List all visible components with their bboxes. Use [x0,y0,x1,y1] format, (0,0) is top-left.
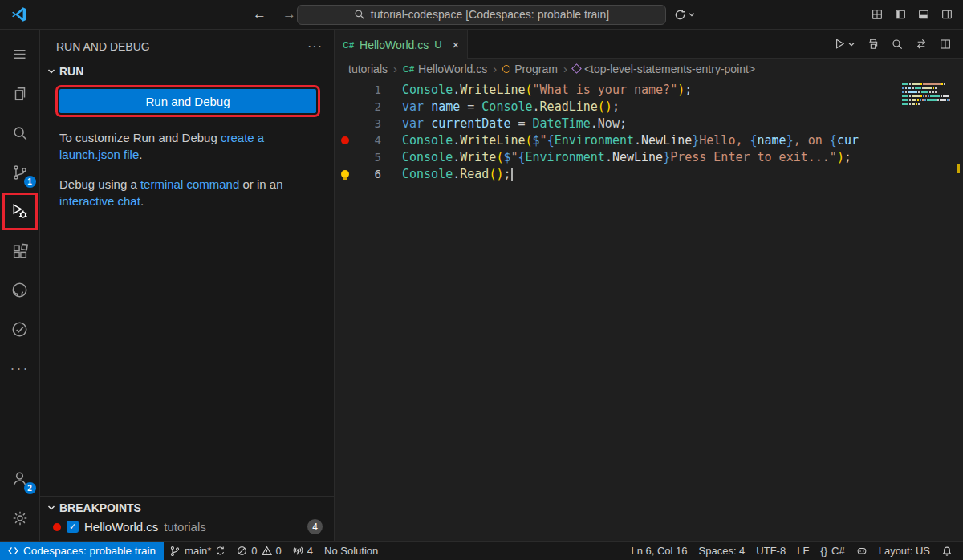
nav-forward-button[interactable]: → [282,6,296,22]
breadcrumb-symbol[interactable]: <top-level-statements-entry-point> [573,63,755,75]
radio-tower-icon [293,546,303,556]
run-and-debug-icon[interactable] [1,192,39,231]
toggle-panel-icon[interactable] [917,8,930,21]
check-circle-icon[interactable] [1,310,39,349]
chevron-down-icon [688,10,696,18]
code-line[interactable]: 5Console.Write($"{Environment.NewLine}Pr… [335,148,963,165]
ports-count: 4 [307,545,313,557]
debug-hint-mid: or in an [239,177,282,191]
search-editor-icon[interactable] [891,38,904,51]
extensions-icon[interactable] [1,231,39,270]
minimap[interactable] [900,80,952,109]
code-line[interactable]: 1Console.WriteLine("What is your name?")… [335,81,963,98]
interactive-chat-link[interactable]: interactive chat [59,194,140,208]
tab-bar: C# HelloWorld.cs U × [335,30,963,59]
breakpoint-dot-icon [53,523,61,531]
remote-indicator[interactable]: Codespaces: probable train [0,542,164,560]
tab-label: HelloWorld.cs [360,39,429,51]
breakpoint-folder: tutorials [164,520,206,534]
settings-gear-icon[interactable] [1,498,39,538]
git-branch-icon [169,546,181,557]
run-and-debug-button[interactable]: Run and Debug [59,89,316,113]
csharp-file-icon: C# [403,64,414,74]
line-number: 2 [356,100,381,113]
breadcrumb-folder[interactable]: tutorials [348,63,388,75]
title-bar: ← → tutorial-codespace [Codespaces: prob… [0,0,963,30]
line-number: 4 [356,134,381,147]
code-editor[interactable]: 1Console.WriteLine("What is your name?")… [335,79,963,541]
eol-indicator[interactable]: LF [791,542,815,560]
accounts-icon[interactable]: 2 [1,459,39,498]
ports-indicator[interactable]: 4 [287,542,319,560]
search-view-icon[interactable] [1,113,39,152]
keyboard-layout-indicator[interactable]: Layout: US [873,542,936,560]
terminal-command-link[interactable]: terminal command [140,177,239,191]
status-bar: Codespaces: probable train main* 0 0 4 N… [0,541,963,560]
explorer-icon[interactable] [1,74,39,113]
error-count: 0 [251,545,257,557]
play-icon [833,37,847,51]
source-control-icon[interactable]: 1 [1,152,39,192]
sidebar-title: RUN AND DEBUG [56,40,150,53]
run-section-header[interactable]: RUN [40,62,334,81]
breadcrumb-separator: › [493,62,497,75]
debug-hint-post: . [140,194,144,208]
accounts-badge: 2 [24,482,36,494]
line-number: 3 [356,117,381,130]
menu-icon[interactable] [1,34,39,74]
command-center-search[interactable]: tutorial-codespace [Codespaces: probable… [297,5,666,25]
github-icon[interactable] [1,270,39,310]
editor-group: C# HelloWorld.cs U × tutorials › C#Hello… [335,30,963,541]
nav-back-button[interactable]: ← [253,6,266,22]
branch-indicator[interactable]: main* [164,542,231,560]
breakpoint-glyph[interactable] [335,136,356,144]
lightbulb-glyph[interactable] [335,170,356,178]
code-lines: 1Console.WriteLine("What is your name?")… [335,81,963,182]
language-indicator[interactable]: {} C# [815,542,850,560]
copilot-indicator[interactable] [851,542,873,560]
brackets-icon: {} [820,545,827,557]
breakpoint-item[interactable]: ✓ HelloWorld.cs tutorials 4 [40,517,334,536]
indentation-indicator[interactable]: Spaces: 4 [693,542,751,560]
more-views-icon[interactable]: ··· [1,349,39,388]
remote-label: Codespaces: probable train [23,545,156,557]
run-or-debug-button[interactable] [833,37,855,51]
breakpoint-checkbox[interactable]: ✓ [67,521,79,533]
lightbulb-icon[interactable] [341,170,349,178]
run-section-label: RUN [59,65,83,78]
encoding-indicator[interactable]: UTF-8 [750,542,791,560]
line-number: 6 [356,168,381,181]
tab-helloworld[interactable]: C# HelloWorld.cs U × [335,30,468,59]
code-line[interactable]: 3var currentDate = DateTime.Now; [335,115,963,132]
breadcrumb-class[interactable]: Program [502,63,558,75]
print-icon[interactable] [867,38,880,51]
breakpoint-file: HelloWorld.cs [84,520,158,534]
problems-indicator[interactable]: 0 0 [231,542,286,560]
language-label: C# [831,545,845,557]
customize-post: . [139,148,142,161]
line-number: 1 [356,83,381,96]
code-line[interactable]: 2var name = Console.ReadLine(); [335,98,963,115]
split-editor-icon[interactable] [939,38,952,51]
branch-label: main* [185,545,211,557]
breadcrumb-file[interactable]: C#HelloWorld.cs [403,63,487,75]
codespace-menu-button[interactable] [674,9,696,21]
code-line[interactable]: 4Console.WriteLine($"{Environment.NewLin… [335,132,963,148]
open-changes-icon[interactable] [915,38,928,51]
overview-ruler-mark [957,164,960,173]
more-actions-icon[interactable]: ··· [307,39,323,54]
toggle-secondary-sidebar-icon[interactable] [941,8,953,21]
code-text: var name = Console.ReadLine(); [402,99,620,114]
toggle-primary-sidebar-icon[interactable] [894,8,907,21]
close-tab-icon[interactable]: × [453,38,460,51]
customize-layout-icon[interactable] [871,8,884,21]
breakpoints-section: BREAKPOINTS ✓ HelloWorld.cs tutorials 4 [40,496,334,541]
debug-hint-pre: Debug using a [59,177,140,191]
solution-indicator[interactable]: No Solution [319,542,384,560]
chevron-down-icon [47,503,56,513]
code-line[interactable]: 6Console.Read(); [335,165,963,182]
notifications-bell-icon[interactable] [936,542,958,560]
breakpoint-dot-icon[interactable] [341,136,349,144]
cursor-position[interactable]: Ln 6, Col 16 [625,542,693,560]
breakpoints-header[interactable]: BREAKPOINTS [40,497,334,517]
